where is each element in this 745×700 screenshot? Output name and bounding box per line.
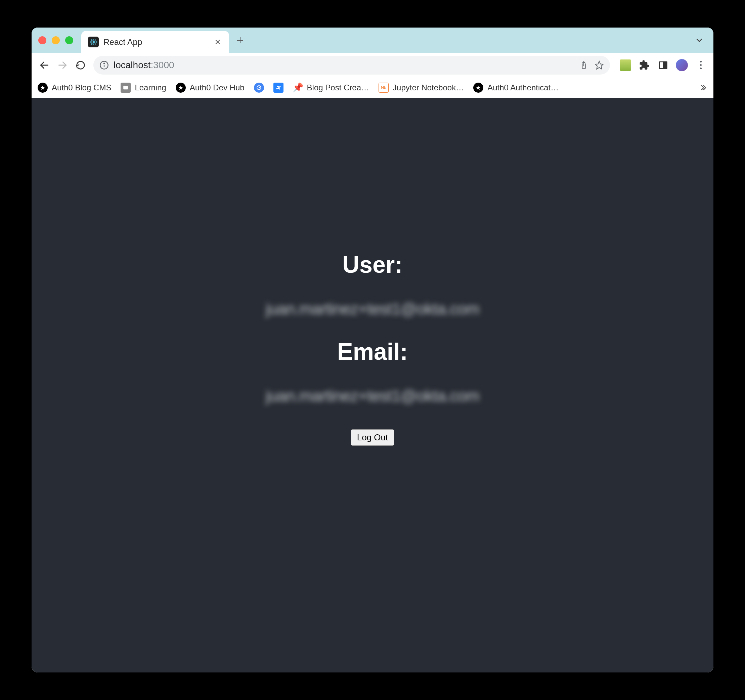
close-window-button[interactable] <box>38 36 46 44</box>
bookmark-label: Auth0 Dev Hub <box>190 83 245 92</box>
new-tab-button[interactable] <box>236 36 245 45</box>
folder-icon <box>121 83 131 93</box>
browser-window: React App <box>31 28 714 672</box>
bookmark-auth0-authenticat[interactable]: Auth0 Authenticat… <box>473 83 559 93</box>
bookmark-blog-post[interactable]: 📌 Blog Post Crea… <box>293 83 369 93</box>
svg-point-0 <box>93 41 94 43</box>
svg-marker-13 <box>595 61 603 69</box>
star-icon[interactable] <box>594 60 604 70</box>
bookmark-label: Blog Post Crea… <box>307 83 369 92</box>
toolbar-icons <box>617 57 709 73</box>
email-label: Email: <box>266 338 479 365</box>
close-tab-button[interactable] <box>213 39 222 45</box>
email-value: juan.martinez+test1@okta.com <box>266 387 479 405</box>
maximize-window-button[interactable] <box>65 36 73 44</box>
browser-tab[interactable]: React App <box>81 31 229 53</box>
auth0-icon <box>37 83 48 93</box>
bookmarks-bar: Auth0 Blog CMS Learning Auth0 Dev Hub 📌 <box>31 77 714 98</box>
pushpin-icon: 📌 <box>293 83 303 93</box>
address-actions <box>579 60 604 70</box>
react-favicon-icon <box>88 37 99 47</box>
logout-button[interactable]: Log Out <box>351 429 395 446</box>
confluence-icon <box>274 83 283 93</box>
forward-button[interactable] <box>54 57 70 73</box>
share-icon[interactable] <box>579 60 588 70</box>
url-port: :3000 <box>151 60 174 70</box>
address-bar[interactable]: localhost:3000 <box>93 56 610 75</box>
circle-icon <box>254 83 264 93</box>
address-bar-row: localhost:3000 <box>31 53 714 77</box>
bookmark-learning[interactable]: Learning <box>121 83 166 93</box>
profile-avatar[interactable] <box>674 57 690 73</box>
user-label: User: <box>266 251 479 278</box>
bookmark-auth0-dev-hub[interactable]: Auth0 Dev Hub <box>176 83 245 93</box>
url-host: localhost <box>114 60 151 70</box>
extension-icon-1[interactable] <box>617 57 633 73</box>
url-text: localhost:3000 <box>114 60 574 70</box>
back-button[interactable] <box>36 57 52 73</box>
window-controls <box>38 36 73 44</box>
bookmark-label: Learning <box>135 83 166 92</box>
tab-bar: React App <box>31 28 714 53</box>
chrome-menu-button[interactable] <box>693 57 709 73</box>
tab-title: React App <box>103 37 208 47</box>
svg-point-12 <box>104 63 105 63</box>
site-info-icon[interactable] <box>99 60 109 70</box>
svg-rect-15 <box>663 62 667 69</box>
bookmark-icon-only-1[interactable] <box>254 83 264 93</box>
panel-button[interactable] <box>655 57 671 73</box>
bookmark-label: Jupyter Notebook… <box>393 83 464 92</box>
auth0-icon <box>473 83 483 93</box>
bookmark-icon-only-2[interactable] <box>274 83 283 93</box>
bookmark-auth0-blog-cms[interactable]: Auth0 Blog CMS <box>37 83 111 93</box>
reload-button[interactable] <box>73 57 89 73</box>
bookmark-label: Auth0 Blog CMS <box>52 83 111 92</box>
user-value: juan.martinez+test1@okta.com <box>266 300 479 318</box>
minimize-window-button[interactable] <box>52 36 60 44</box>
page-content: User: juan.martinez+test1@okta.com Email… <box>31 98 714 672</box>
auth0-icon <box>176 83 186 93</box>
bookmark-label: Auth0 Authenticat… <box>488 83 559 92</box>
bookmark-jupyter[interactable]: Nb Jupyter Notebook… <box>378 83 464 93</box>
extensions-button[interactable] <box>636 57 652 73</box>
tab-list-button[interactable] <box>695 36 704 45</box>
bookmarks-overflow-button[interactable] <box>699 84 708 92</box>
profile-block: User: juan.martinez+test1@okta.com Email… <box>266 251 479 446</box>
jupyter-icon: Nb <box>378 83 389 93</box>
